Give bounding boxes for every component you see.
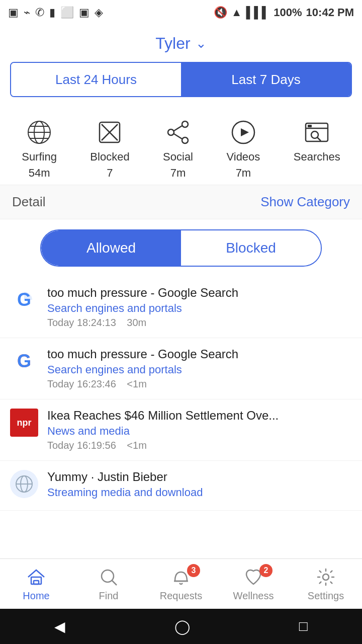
status-bar: ▣ ⌁ ✆ ▮ ⬜ ▣ ◈ 🔇 ▲ ▌▌▌ 100% 10:42 PM xyxy=(0,0,362,25)
activity-content: too much pressure - Google Search Search… xyxy=(47,347,352,390)
activity-content: too much pressure - Google Search Search… xyxy=(47,286,352,329)
filter-toggle[interactable]: Allowed Blocked xyxy=(40,229,322,267)
google-logo-icon: G G xyxy=(10,347,38,375)
activity-content: Yummy · Justin Bieber Streaming media an… xyxy=(47,470,352,501)
detail-label: Detail xyxy=(12,194,45,210)
battery-100-icon: ▮ xyxy=(49,6,55,19)
svg-text:G: G xyxy=(17,351,31,371)
social-label: Social xyxy=(163,150,193,164)
activity-timestamp: Today 18:24:13 xyxy=(47,317,116,328)
list-item[interactable]: G G too much pressure - Google Search Se… xyxy=(0,338,362,399)
npr-logo-icon: npr xyxy=(10,409,38,437)
activity-duration: 30m xyxy=(127,317,146,328)
usb-icon: ⌁ xyxy=(24,6,30,19)
svg-point-31 xyxy=(102,570,114,582)
activity-category: Search engines and portals xyxy=(47,363,352,376)
activity-category: News and media xyxy=(47,425,352,438)
svg-marker-14 xyxy=(241,128,249,136)
activity-title: Ikea Reaches $46 Million Settlement Ove.… xyxy=(47,409,352,423)
home-button[interactable]: ◯ xyxy=(174,618,190,635)
activity-category: Search engines and portals xyxy=(47,302,352,315)
bottom-nav: Home Find 3 Requests 2 W xyxy=(0,558,362,609)
svg-rect-19 xyxy=(308,125,312,127)
activity-title: too much pressure - Google Search xyxy=(47,286,352,300)
social-value: 7m xyxy=(170,167,186,180)
nav-wellness[interactable]: 2 Wellness xyxy=(228,566,279,602)
back-button[interactable]: ◀ xyxy=(54,618,65,635)
activity-meta: Today 16:19:56 <1m xyxy=(47,440,352,451)
block-icon xyxy=(95,117,125,147)
nav-find[interactable]: Find xyxy=(83,566,134,602)
activity-meta: Today 16:23:46 <1m xyxy=(47,378,352,390)
blocked-filter-button[interactable]: Blocked xyxy=(181,230,321,266)
play-icon xyxy=(228,117,258,147)
username-label: Tyler xyxy=(155,34,190,53)
activity-category: Streaming media and download xyxy=(47,486,352,499)
nav-wellness-label: Wellness xyxy=(233,590,274,602)
user-header[interactable]: Tyler ⌄ xyxy=(0,25,362,62)
surfing-value: 54m xyxy=(29,167,50,180)
nav-home[interactable]: Home xyxy=(11,566,61,602)
stats-row: Surfing 54m Blocked 7 Social 7m xyxy=(0,107,362,185)
svg-point-34 xyxy=(323,574,329,580)
search-browser-icon xyxy=(302,117,332,147)
battery-percent: 100% xyxy=(274,6,302,19)
stat-searches[interactable]: Searches xyxy=(294,117,340,180)
chevron-down-icon[interactable]: ⌄ xyxy=(196,36,207,51)
svg-line-11 xyxy=(174,126,182,131)
stat-blocked[interactable]: Blocked 7 xyxy=(90,117,129,180)
activity-timestamp: Today 16:23:46 xyxy=(47,378,116,389)
globe-site-icon xyxy=(10,470,38,498)
status-right-icons: 🔇 ▲ ▌▌▌ 100% 10:42 PM xyxy=(214,6,354,19)
find-icon xyxy=(98,566,120,588)
settings-icon xyxy=(315,566,337,588)
detail-row: Detail Show Category xyxy=(0,185,362,219)
list-item[interactable]: Yummy · Justin Bieber Streaming media an… xyxy=(0,461,362,511)
activity-list: G too much pressure - Google Search Sear… xyxy=(0,277,362,558)
svg-line-18 xyxy=(317,137,321,141)
stat-surfing[interactable]: Surfing 54m xyxy=(22,117,57,180)
call-icon: ✆ xyxy=(35,6,44,19)
stat-videos[interactable]: Videos 7m xyxy=(226,117,260,180)
blocked-label: Blocked xyxy=(90,150,129,164)
nav-settings[interactable]: Settings xyxy=(301,566,351,602)
searches-label: Searches xyxy=(294,150,340,164)
svg-line-32 xyxy=(112,581,117,585)
activity-title: too much pressure - Google Search xyxy=(47,347,352,361)
time-period-toggle[interactable]: Last 24 Hours Last 7 Days xyxy=(10,62,352,97)
signal-icon: ▌▌▌ xyxy=(246,6,270,19)
activity-meta: Today 18:24:13 30m xyxy=(47,317,352,329)
last-7-days-button[interactable]: Last 7 Days xyxy=(181,63,351,96)
mute-icon: 🔇 xyxy=(214,6,227,19)
activity-duration: <1m xyxy=(127,378,146,389)
sim-icon: ▣ xyxy=(8,6,19,19)
wellness-badge: 2 xyxy=(259,564,273,577)
android-icon: ◈ xyxy=(95,6,103,19)
recents-button[interactable]: □ xyxy=(299,618,308,634)
activity-content: Ikea Reaches $46 Million Settlement Ove.… xyxy=(47,409,352,451)
share-icon xyxy=(163,117,193,147)
videos-value: 7m xyxy=(236,167,251,180)
home-icon xyxy=(25,566,47,588)
google-logo-icon: G xyxy=(10,286,38,314)
list-item[interactable]: G too much pressure - Google Search Sear… xyxy=(0,277,362,338)
surfing-label: Surfing xyxy=(22,150,57,164)
system-nav-bar: ◀ ◯ □ xyxy=(0,609,362,644)
image-icon: ⬜ xyxy=(60,6,74,19)
last-24-hours-button[interactable]: Last 24 Hours xyxy=(11,63,181,96)
allowed-filter-button[interactable]: Allowed xyxy=(41,230,181,266)
show-category-button[interactable]: Show Category xyxy=(260,194,350,210)
svg-point-8 xyxy=(182,121,188,127)
list-item[interactable]: npr Ikea Reaches $46 Million Settlement … xyxy=(0,399,362,461)
videos-label: Videos xyxy=(226,150,260,164)
globe-icon xyxy=(24,117,54,147)
nav-requests[interactable]: 3 Requests xyxy=(156,566,206,602)
svg-point-17 xyxy=(311,131,318,138)
nav-requests-label: Requests xyxy=(160,590,203,602)
activity-title: Yummy · Justin Bieber xyxy=(47,470,352,484)
svg-point-10 xyxy=(182,137,188,143)
time-display: 10:42 PM xyxy=(306,6,354,19)
stat-social[interactable]: Social 7m xyxy=(163,117,193,180)
activity-timestamp: Today 16:19:56 xyxy=(47,440,116,451)
message-icon: ▣ xyxy=(79,6,89,19)
